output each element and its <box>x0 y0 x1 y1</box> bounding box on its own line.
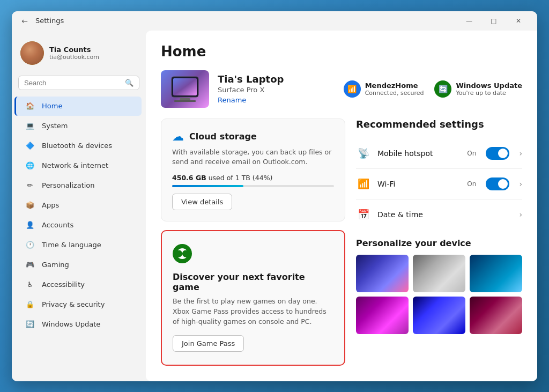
xbox-title: Discover your next favorite game <box>173 272 333 292</box>
personalization-icon: ✏️ <box>25 180 35 191</box>
sidebar-item-apps[interactable]: 📦 Apps <box>16 196 142 215</box>
storage-bar-fill <box>172 185 243 187</box>
datetime-icon: 📅 <box>356 207 371 222</box>
network-sub: Connected, secured <box>365 90 424 97</box>
maximize-button[interactable]: □ <box>481 11 506 31</box>
update-status[interactable]: 🔄 Windows Update You're up to date <box>434 80 522 98</box>
back-button[interactable]: ← <box>18 14 31 27</box>
page-title: Home <box>161 43 522 60</box>
left-column: ☁️ Cloud storage With available storage,… <box>161 119 345 366</box>
wallpaper-6[interactable] <box>470 297 522 334</box>
device-name: Tia's Laptop <box>218 73 335 85</box>
network-icon: 🌐 <box>25 160 35 171</box>
storage-bar <box>172 185 334 187</box>
home-icon: 🏠 <box>25 101 35 112</box>
svg-rect-3 <box>174 100 196 102</box>
sidebar-label-gaming: Gaming <box>42 261 69 269</box>
bluetooth-icon: 🔷 <box>25 140 35 151</box>
right-column: Recommended settings 📡 Mobile hotspot On… <box>356 119 522 366</box>
storage-detail: used of 1 TB (44%) <box>209 174 273 182</box>
apps-icon: 📦 <box>25 200 35 211</box>
search-input[interactable] <box>24 79 125 87</box>
join-game-pass-button[interactable]: Join Game Pass <box>173 335 244 352</box>
sidebar-item-time[interactable]: 🕐 Time & language <box>16 235 142 255</box>
user-info: Tia Counts tia@outlook.com <box>49 46 137 61</box>
hotspot-chevron: › <box>519 149 522 158</box>
wifi-status: On <box>467 180 476 188</box>
sidebar-item-personalization[interactable]: ✏️ Personalization <box>16 176 142 195</box>
device-info: Tia's Laptop Surface Pro X Rename <box>218 73 335 104</box>
device-thumbnail <box>161 70 209 108</box>
wallpaper-3[interactable] <box>470 255 522 292</box>
sidebar-item-accounts[interactable]: 👤 Accounts <box>16 216 142 235</box>
cloud-icon: ☁️ <box>172 130 184 143</box>
wallpaper-2[interactable] <box>413 255 465 292</box>
recommended-settings-section: Recommended settings 📡 Mobile hotspot On… <box>356 119 522 230</box>
sidebar-label-accounts: Accounts <box>42 221 73 229</box>
time-icon: 🕐 <box>25 240 35 250</box>
hotspot-toggle[interactable] <box>486 147 509 160</box>
wallpaper-4[interactable] <box>356 297 409 334</box>
status-pills: 📶 MendezHome Connected, secured 🔄 Window… <box>344 80 522 98</box>
close-button[interactable]: ✕ <box>506 11 531 31</box>
wallpaper-5[interactable] <box>413 297 465 334</box>
search-box[interactable]: 🔍 <box>18 76 139 90</box>
sidebar-item-network[interactable]: 🌐 Network & internet <box>16 156 142 175</box>
sidebar-item-privacy[interactable]: 🔒 Privacy & security <box>16 295 142 314</box>
sidebar-item-system[interactable]: 💻 System <box>16 116 142 136</box>
minimize-button[interactable]: — <box>457 11 481 31</box>
sidebar-label-privacy: Privacy & security <box>42 300 105 308</box>
wifi-icon: 📶 <box>356 176 371 191</box>
update-status-icon: 🔄 <box>434 80 451 98</box>
storage-percent: 44% <box>255 174 270 182</box>
personalize-title: Personalize your device <box>356 238 522 248</box>
cloud-header: ☁️ Cloud storage <box>172 130 334 143</box>
storage-used: 450.6 GB <box>172 174 206 182</box>
hotspot-status: On <box>467 150 476 157</box>
main-content: Tia Counts tia@outlook.com 🔍 🏠 Home 💻 Sy… <box>12 31 537 381</box>
sidebar-label-network: Network & internet <box>42 161 108 169</box>
window-title: Settings <box>35 17 457 25</box>
gaming-icon: 🎮 <box>25 260 35 270</box>
rec-item-datetime[interactable]: 📅 Date & time › <box>356 199 522 230</box>
cloud-description: With available storage, you can back up … <box>172 147 334 168</box>
sidebar-label-personalization: Personalization <box>42 181 95 189</box>
sidebar-item-gaming[interactable]: 🎮 Gaming <box>16 255 142 275</box>
settings-window: ← Settings — □ ✕ Tia Counts tia@outlook.… <box>12 11 537 381</box>
system-icon: 💻 <box>25 121 35 131</box>
wallpaper-1[interactable] <box>356 255 409 292</box>
sidebar-item-windows-update[interactable]: 🔄 Windows Update <box>16 315 142 334</box>
sidebar-label-bluetooth: Bluetooth & devices <box>42 142 112 150</box>
device-model: Surface Pro X <box>218 86 335 94</box>
sidebar-item-home[interactable]: 🏠 Home <box>14 97 142 116</box>
datetime-label: Date & time <box>377 210 509 219</box>
xbox-icon <box>173 244 333 272</box>
sidebar-label-time: Time & language <box>42 241 101 249</box>
svg-rect-2 <box>180 98 190 100</box>
sidebar: Tia Counts tia@outlook.com 🔍 🏠 Home 💻 Sy… <box>12 31 146 381</box>
sidebar-item-accessibility[interactable]: ♿ Accessibility <box>16 275 142 294</box>
sidebar-label-windows-update: Windows Update <box>42 320 100 328</box>
accounts-icon: 👤 <box>25 220 35 231</box>
device-section: Tia's Laptop Surface Pro X Rename 📶 Mend… <box>161 70 522 108</box>
user-profile[interactable]: Tia Counts tia@outlook.com <box>12 35 146 71</box>
view-details-button[interactable]: View details <box>172 194 232 210</box>
device-rename-link[interactable]: Rename <box>218 96 335 104</box>
network-status[interactable]: 📶 MendezHome Connected, secured <box>344 80 424 98</box>
wifi-label: Wi-Fi <box>377 180 461 188</box>
privacy-icon: 🔒 <box>25 299 35 310</box>
cloud-title: Cloud storage <box>189 131 257 142</box>
rec-item-wifi[interactable]: 📶 Wi-Fi On › <box>356 169 522 199</box>
title-bar: ← Settings — □ ✕ <box>12 11 537 31</box>
recommended-title: Recommended settings <box>356 119 522 130</box>
wifi-toggle[interactable] <box>486 177 509 190</box>
window-controls: — □ ✕ <box>457 11 531 31</box>
network-status-icon: 📶 <box>344 80 361 98</box>
user-email: tia@outlook.com <box>49 54 137 61</box>
personalize-section: Personalize your device <box>356 238 522 334</box>
rec-item-hotspot[interactable]: 📡 Mobile hotspot On › <box>356 138 522 169</box>
wallpaper-grid <box>356 255 522 334</box>
storage-label: 450.6 GB used of 1 TB (44%) <box>172 174 334 182</box>
cloud-storage-card: ☁️ Cloud storage With available storage,… <box>161 119 345 222</box>
sidebar-item-bluetooth[interactable]: 🔷 Bluetooth & devices <box>16 136 142 156</box>
